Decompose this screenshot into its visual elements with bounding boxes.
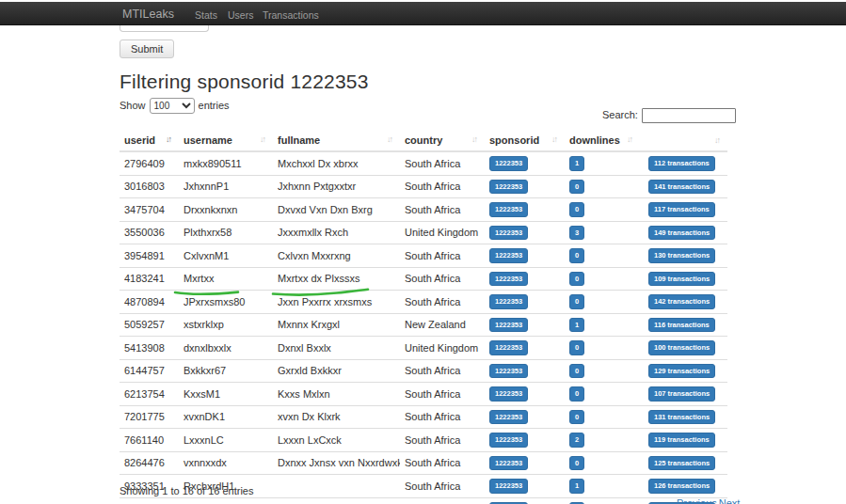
cell-username: CxlvxnM1 [179,244,273,268]
cell-fullname: Dxnxl Bxxlx [273,337,400,360]
downlines-badge[interactable]: 0 [569,456,584,471]
cell-username: LxxxnLC [179,429,273,452]
search-input[interactable] [642,108,736,123]
cell-userid: 8264476 [120,451,179,475]
downlines-badge[interactable]: 2 [569,433,584,448]
transactions-button[interactable]: 131 transactions [648,410,715,425]
cell-downlines: 3 [565,221,640,244]
table-row: 9887723 ChxrxlM1 Chxrxl Mxxrxng South Af… [120,497,727,504]
transactions-button[interactable]: 126 transactions [648,479,715,494]
column-header-userid[interactable]: userid↓↑ [120,132,179,151]
sponsorid-badge[interactable]: 1222353 [489,156,528,171]
cell-userid: 3954891 [120,244,179,268]
cell-username: dxnxlbxxlx [179,337,273,360]
sponsorid-badge[interactable]: 1222353 [489,272,528,287]
cell-country: South Africa [400,429,485,452]
cell-fullname: Mxrtxx dx Plxssxs [273,267,400,291]
cell-country: South Africa [400,175,485,198]
sort-icon-userid: ↓↑ [166,134,170,144]
sponsorid-badge[interactable]: 1222353 [489,340,528,355]
pagination-next-link[interactable]: Next [719,497,741,504]
cell-country: New Zealand [400,313,485,337]
cell-sponsorid: 1222353 [485,175,565,198]
transactions-button[interactable]: 141 transactions [648,180,715,195]
sponsorid-badge[interactable]: 1222353 [489,294,528,309]
submit-button[interactable]: Submit [120,39,174,58]
sponsorid-badge[interactable]: 1222353 [489,364,528,379]
cell-transactions: 119 transactions [640,429,727,452]
sponsorid-badge[interactable]: 1222353 [489,386,528,402]
transactions-button[interactable]: 109 transactions [648,272,715,287]
transactions-button[interactable]: 112 transactions [648,156,715,171]
cell-userid: 7661140 [120,429,179,452]
sponsorid-badge[interactable]: 1222353 [489,479,528,494]
cell-downlines: 0 [565,383,640,406]
transactions-button[interactable]: 116 transactions [648,318,715,333]
nav-item-stats[interactable]: Stats [195,9,217,21]
downlines-badge[interactable]: 0 [569,410,584,425]
downlines-badge[interactable]: 0 [569,180,584,195]
column-header-username[interactable]: username↓↑ [179,132,273,151]
page-length-select[interactable]: 100 [150,98,195,114]
downlines-badge[interactable]: 0 [569,386,584,402]
downlines-badge[interactable]: 3 [569,226,584,241]
table-row: 7661140 LxxxnLC Lxxxn LxCxck South Afric… [120,429,727,452]
cell-country: South Africa [400,451,485,475]
pagination-previous-link[interactable]: Previous [677,497,717,504]
transactions-button[interactable]: 117 transactions [648,202,715,217]
column-header-fullname[interactable]: fullname↓↑ [273,132,400,151]
transactions-button[interactable]: 100 transactions [648,340,715,355]
sponsorid-badge[interactable]: 1222353 [489,410,528,425]
cell-fullname: Mxchxxl Dx xbrxx [273,151,400,175]
cell-sponsorid: 1222353 [485,383,565,406]
transactions-button[interactable]: 119 transactions [648,433,715,448]
transactions-button[interactable]: 142 transactions [648,294,715,309]
sponsorid-badge[interactable]: 1222353 [489,202,528,217]
nav-item-users[interactable]: Users [228,9,253,21]
sort-icon-downlines: ↓↑ [627,134,631,144]
brand-link[interactable]: MTILeaks [122,8,174,21]
sponsorid-badge[interactable]: 1222353 [489,226,528,241]
table-row: 7201775 xvxnDK1 xvxn Dx Klxrk South Afri… [120,405,727,429]
cell-country: South Africa [400,291,485,314]
page-title: Filtering sponsorid 1222353 [120,71,369,93]
downlines-badge[interactable]: 1 [569,479,584,494]
cell-downlines: 1 [565,497,640,504]
column-header-downlines[interactable]: downlines↓↑ [565,132,640,151]
downlines-badge[interactable]: 0 [569,202,584,217]
cell-transactions: 112 transactions [640,151,727,175]
downlines-badge[interactable]: 0 [569,248,584,263]
downlines-badge[interactable]: 0 [569,294,584,309]
transactions-button[interactable]: 129 transactions [648,364,715,379]
transactions-button[interactable]: 130 transactions [648,248,715,263]
cell-username: vxnnxxdx [179,451,273,475]
transactions-button[interactable]: 107 transactions [648,386,715,402]
sponsorid-badge[interactable]: 1222353 [489,433,528,448]
cell-username: JPxrxsmxs80 [179,291,273,314]
cell-sponsorid: 1222353 [485,291,565,314]
sponsorid-badge[interactable]: 1222353 [489,456,528,471]
sponsorid-input-partial[interactable] [120,25,209,32]
sponsorid-badge[interactable]: 1222353 [489,318,528,333]
cell-fullname: Jxhxnn Pxtgxxtxr [273,175,400,198]
table-row: 3475704 Drxxnkxnxn Dxvxd Vxn Dxn Bxrg So… [120,198,727,222]
cell-fullname: Jxxxmxllx Rxch [273,221,400,244]
downlines-badge[interactable]: 0 [569,272,584,287]
column-header-country[interactable]: country↓↑ [400,132,485,151]
downlines-badge[interactable]: 0 [569,364,584,379]
cell-transactions: 141 transactions [640,175,727,198]
transactions-button[interactable]: 149 transactions [648,226,715,241]
nav-item-transactions[interactable]: Transactions [263,9,319,21]
cell-fullname: Jxxn Pxxrrx xrxsmxs [273,291,400,314]
column-header-sponsorid[interactable]: sponsorid↓↑ [485,132,565,151]
column-header-transactions[interactable]: ↓↑ [640,132,727,151]
cell-userid: 4183241 [120,267,179,291]
sponsorid-badge[interactable]: 1222353 [489,248,528,263]
downlines-badge[interactable]: 1 [569,156,584,171]
cell-transactions: 142 transactions [640,291,727,314]
downlines-badge[interactable]: 0 [569,340,584,355]
sponsorid-badge[interactable]: 1222353 [489,180,528,195]
transactions-button[interactable]: 125 transactions [648,456,715,471]
sort-icon-country: ↓↑ [471,134,476,144]
downlines-badge[interactable]: 1 [569,318,584,333]
